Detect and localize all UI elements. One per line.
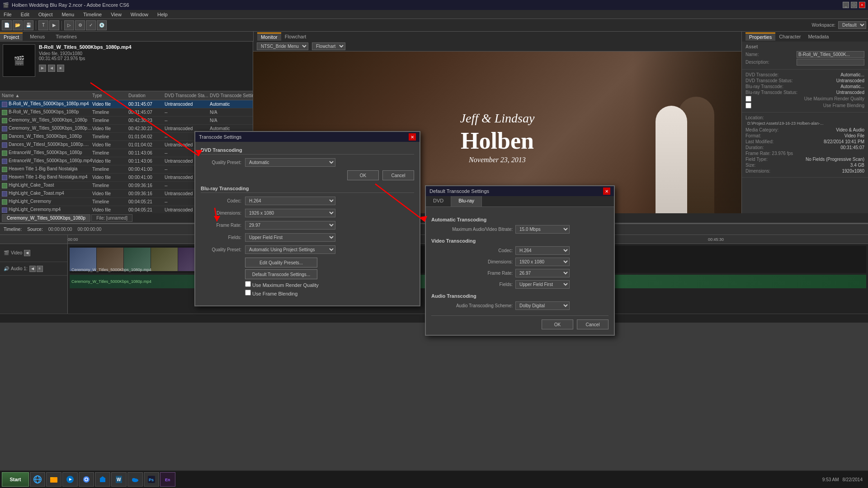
prop-desc-input[interactable] <box>797 59 864 66</box>
svg-text:W: W <box>117 477 121 482</box>
tab-monitor[interactable]: Monitor <box>257 33 281 41</box>
tool-save[interactable]: 💾 <box>24 20 33 30</box>
project-panel: 🎬 B-Roll_W_Titles_5000Kbps_1080p.mp4 Vid… <box>0 42 253 213</box>
prop-modified-row: Last Modified: 8/22/2014 10:41 PM <box>745 139 864 144</box>
audio-track-content[interactable]: Ceremony_W_Titles_5000Kbps_1080p.mp4 <box>70 275 866 288</box>
audio-track-header: 🔊 Audio 1: ◀ ≡ <box>0 262 67 276</box>
audio-level-btn[interactable]: ≡ <box>37 266 43 272</box>
timeline-time1: 00:00:00:00 <box>48 227 72 232</box>
taskbar-photoshop[interactable]: Ps <box>144 472 159 487</box>
svg-point-15 <box>85 479 88 481</box>
audio-track-toggle[interactable]: ◀ <box>29 266 36 272</box>
table-row[interactable]: HighLight_Cake_Toast.mp4 Video file 00:0… <box>0 190 253 198</box>
tab-properties[interactable]: Properties <box>745 33 775 41</box>
table-row[interactable]: B-Roll_W_Titles_5000Kbps_1080p.mp4 Video… <box>0 100 253 108</box>
prop-dvd-section: DVD Transcode: Automatic... DVD Transcod… <box>742 70 868 113</box>
tool-new[interactable]: 📄 <box>2 20 12 30</box>
tab-timelines[interactable]: Timelines <box>52 33 80 40</box>
prop-bluray-status-label: Blu-ray Transcode Status: <box>745 90 797 95</box>
video-track-toggle[interactable]: ◀ <box>24 250 30 256</box>
prop-name-input[interactable] <box>797 51 864 58</box>
tab-flowchart[interactable]: Flowchart <box>281 33 310 40</box>
file-type: Timeline <box>92 110 128 115</box>
menu-file[interactable]: File <box>2 11 14 18</box>
prop-dimensions-row: Dimensions: 868x488 <box>745 169 864 174</box>
file-duration: 00:42:30:23 <box>128 118 165 123</box>
titlebar-left: 🎬 Holben Wedding Blu Ray 2.ncor - Adobe … <box>3 2 129 8</box>
menu-edit[interactable]: Edit <box>19 11 31 18</box>
tab-character[interactable]: Character <box>775 33 804 40</box>
table-row[interactable]: HighLight_Ceremony Timeline 00:04:05:21 … <box>0 198 253 206</box>
maximize-btn[interactable]: □ <box>851 2 857 8</box>
audio-clip-label: Ceremony_W_Titles_5000Kbps_1080p.mp4 <box>71 279 151 284</box>
menu-view[interactable]: View <box>109 11 123 18</box>
workspace-dropdown[interactable]: Default <box>838 21 866 29</box>
file-duration: 00:00:41:00 <box>128 167 165 172</box>
table-row[interactable]: EntranceW_Titles_5000Kbps_1080p.mp4 Vide… <box>0 157 253 165</box>
taskbar-onedrive[interactable] <box>127 472 143 487</box>
taskbar-network[interactable] <box>95 472 110 487</box>
tool-preview[interactable]: ▷ <box>64 20 74 30</box>
table-row[interactable]: Heaven Title 1-Big Band Nostalgia.mp4 Vi… <box>0 174 253 182</box>
table-row[interactable]: Dances_W_Titles_5000Kbps_1080p Timeline … <box>0 133 253 141</box>
close-btn[interactable]: ✕ <box>859 2 865 8</box>
table-row[interactable]: B-Roll_W_Titles_5000Kbps_1080p Timeline … <box>0 108 253 117</box>
menu-menu[interactable]: Menu <box>60 11 76 18</box>
start-button[interactable]: Start <box>2 472 29 487</box>
tool-burn[interactable]: 💿 <box>97 20 107 30</box>
taskbar-chrome[interactable] <box>79 472 94 487</box>
timeline-tab-ceremony[interactable]: Ceremony_W_Titles_5000Kbps_1080p <box>2 214 90 222</box>
wedding-display: Jeff & Lindsay Holben November 23, 2013 <box>253 52 741 213</box>
tool-check[interactable]: ✓ <box>86 20 96 30</box>
stop-btn[interactable]: ■ <box>57 65 64 72</box>
table-row[interactable]: HighLight_Ceremony.mp4 Video file 00:04:… <box>0 206 253 213</box>
monitor-preset-dropdown[interactable]: NTSC_Bride Menu <box>257 42 308 50</box>
tab-metadata[interactable]: Metadata <box>804 33 832 40</box>
file-name: EntranceW_Titles_5000Kbps_1080p.mp4 <box>2 158 92 164</box>
file-name: EntranceW_Titles_5000Kbps_1080p <box>2 150 92 155</box>
minimize-btn[interactable]: _ <box>843 2 849 8</box>
wedding-text-overlay: Jeff & Lindsay Holben November 23, 2013 <box>460 111 535 164</box>
asset-info: B-Roll_W_Titles_5000Kbps_1080p.mp4 Video… <box>39 44 250 88</box>
menu-object[interactable]: Object <box>37 11 55 18</box>
timeline-tab-unnamed[interactable]: File: [unnamed] <box>91 214 132 222</box>
menu-window[interactable]: Window <box>129 11 150 18</box>
menu-timeline[interactable]: Timeline <box>81 11 104 18</box>
taskbar-ie[interactable] <box>30 472 45 487</box>
file-duration: 00:04:05:21 <box>128 199 165 204</box>
tool-select[interactable]: ▶ <box>49 20 59 30</box>
tab-project[interactable]: Project <box>0 33 23 41</box>
table-row[interactable]: Ceremony_W_Titles_5000Kbps_1080p.mp4 Vid… <box>0 125 253 133</box>
menu-help[interactable]: Help <box>156 11 170 18</box>
table-row[interactable]: Dances_W_TitlesI_5000Kbps_1080p.mp4 Vide… <box>0 141 253 149</box>
rewind-btn[interactable]: ◀ <box>48 65 55 72</box>
svg-marker-17 <box>99 476 106 479</box>
col-name: Name ▲ <box>2 93 92 98</box>
file-duration: 00:31:45:07 <box>128 110 165 115</box>
table-row[interactable]: EntranceW_Titles_5000Kbps_1080p Timeline… <box>0 149 253 157</box>
table-row[interactable]: Ceremony_W_Titles_5000Kbps_1080p Timelin… <box>0 117 253 125</box>
file-dvd-status: Untranscoded <box>165 207 210 212</box>
table-row[interactable]: HighLight_Cake_Toast Timeline 00:09:36:1… <box>0 182 253 190</box>
tool-open[interactable]: 📂 <box>13 20 23 30</box>
table-row[interactable]: Heaven Title 1-Big Band Nostalgia Timeli… <box>0 165 253 174</box>
file-dvd-status: Untranscoded <box>165 175 210 180</box>
file-dvd-status: Untranscoded <box>165 191 210 196</box>
track-icon: 🎬 <box>4 250 9 255</box>
tool-build[interactable]: ⚙ <box>75 20 85 30</box>
file-duration: 00:31:45:07 <box>128 102 165 107</box>
taskbar-word[interactable]: W <box>111 472 127 487</box>
play-btn[interactable]: ▶ <box>39 65 46 72</box>
tab-menus[interactable]: Menus <box>26 33 48 40</box>
prop-modified-label: Last Modified: <box>745 139 774 144</box>
taskbar-encore[interactable]: En <box>160 472 175 487</box>
prop-max-render-checkbox[interactable] <box>745 96 751 102</box>
taskbar-media[interactable] <box>62 472 78 487</box>
file-name: Heaven Title 1-Big Band Nostalgia.mp4 <box>2 174 92 180</box>
video-strip <box>70 246 866 273</box>
monitor-view-dropdown[interactable]: Flowchart <box>312 42 345 50</box>
prop-frame-blend-checkbox[interactable] <box>745 103 751 108</box>
video-track-content[interactable]: Ceremony_W_Titles_5000Kbps_1080p.mp4 <box>70 246 866 273</box>
tool-text[interactable]: T <box>38 20 48 30</box>
taskbar-explorer[interactable] <box>46 472 61 487</box>
